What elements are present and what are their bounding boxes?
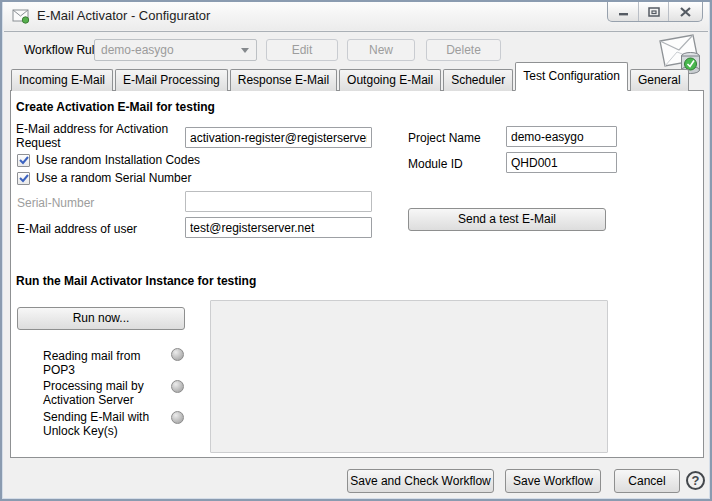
- help-icon[interactable]: ?: [686, 471, 705, 490]
- status-processing-led-icon: [171, 380, 184, 393]
- tab-general[interactable]: General: [630, 69, 689, 91]
- workflow-rule-label: Workflow Rule: [24, 43, 101, 57]
- run-log-output[interactable]: [210, 300, 608, 453]
- maximize-button[interactable]: [638, 2, 668, 21]
- run-now-button[interactable]: Run now...: [17, 307, 185, 330]
- minimize-button[interactable]: [608, 2, 638, 21]
- minimize-icon: [618, 7, 629, 16]
- tab-response-email[interactable]: Response E-Mail: [230, 69, 337, 91]
- tab-strip: Incoming E-Mail E-Mail Processing Respon…: [11, 62, 691, 91]
- project-name-label: Project Name: [408, 131, 481, 145]
- tab-scheduler[interactable]: Scheduler: [443, 69, 513, 91]
- save-workflow-button[interactable]: Save Workflow: [505, 469, 601, 493]
- chevron-down-icon: [241, 48, 249, 53]
- new-button[interactable]: New: [347, 39, 415, 61]
- delete-button[interactable]: Delete: [426, 39, 501, 61]
- project-name-input[interactable]: [506, 126, 617, 147]
- serial-number-input[interactable]: [185, 191, 372, 212]
- app-window: E-Mail Activator - Configurator Workfl: [0, 0, 712, 501]
- user-email-label: E-Mail address of user: [17, 222, 137, 236]
- module-id-label: Module ID: [408, 157, 463, 171]
- use-random-codes-checkbox[interactable]: Use random Installation Codes: [17, 153, 200, 167]
- test-configuration-page: Create Activation E-Mail for testing E-M…: [10, 90, 704, 458]
- client-divider: [4, 31, 708, 32]
- window-controls: [607, 2, 703, 22]
- maximize-icon: [648, 7, 660, 17]
- send-test-email-button[interactable]: Send a test E-Mail: [408, 208, 606, 231]
- close-icon: [680, 7, 691, 17]
- tab-test-configuration[interactable]: Test Configuration: [515, 62, 628, 91]
- workflow-rule-select[interactable]: demo-easygo: [94, 39, 257, 61]
- status-sending-led-icon: [171, 411, 184, 424]
- serial-number-label: Serial-Number: [17, 196, 94, 210]
- user-email-input[interactable]: [185, 217, 372, 238]
- title-bar[interactable]: E-Mail Activator - Configurator: [3, 2, 709, 30]
- status-processing-label: Processing mail by Activation Server: [43, 379, 168, 407]
- tab-incoming-email[interactable]: Incoming E-Mail: [11, 69, 113, 91]
- status-pop3-label: Reading mail from POP3: [43, 349, 168, 377]
- tab-outgoing-email[interactable]: Outgoing E-Mail: [339, 69, 441, 91]
- use-random-serial-checkbox[interactable]: Use a random Serial Number: [17, 171, 191, 185]
- use-random-serial-label: Use a random Serial Number: [36, 171, 191, 185]
- activation-email-label: E-Mail address for Activation Request: [16, 122, 184, 150]
- save-and-check-workflow-button[interactable]: Save and Check Workflow: [347, 469, 494, 493]
- run-section-heading: Run the Mail Activator Instance for test…: [16, 274, 256, 288]
- create-section-heading: Create Activation E-Mail for testing: [16, 100, 215, 114]
- status-pop3-led-icon: [171, 348, 184, 361]
- module-id-input[interactable]: [506, 152, 617, 173]
- app-envelope-icon: [12, 8, 31, 24]
- checkbox-checked-icon: [17, 172, 30, 185]
- use-random-codes-label: Use random Installation Codes: [36, 153, 200, 167]
- edit-button[interactable]: Edit: [266, 39, 338, 61]
- tab-email-processing[interactable]: E-Mail Processing: [115, 69, 228, 91]
- workflow-rule-value: demo-easygo: [101, 43, 174, 57]
- status-sending-label: Sending E-Mail with Unlock Key(s): [43, 410, 168, 438]
- activation-email-input[interactable]: [185, 127, 372, 148]
- close-button[interactable]: [668, 2, 702, 21]
- checkbox-checked-icon: [17, 154, 30, 167]
- window-title: E-Mail Activator - Configurator: [37, 8, 210, 23]
- cancel-button[interactable]: Cancel: [614, 469, 680, 493]
